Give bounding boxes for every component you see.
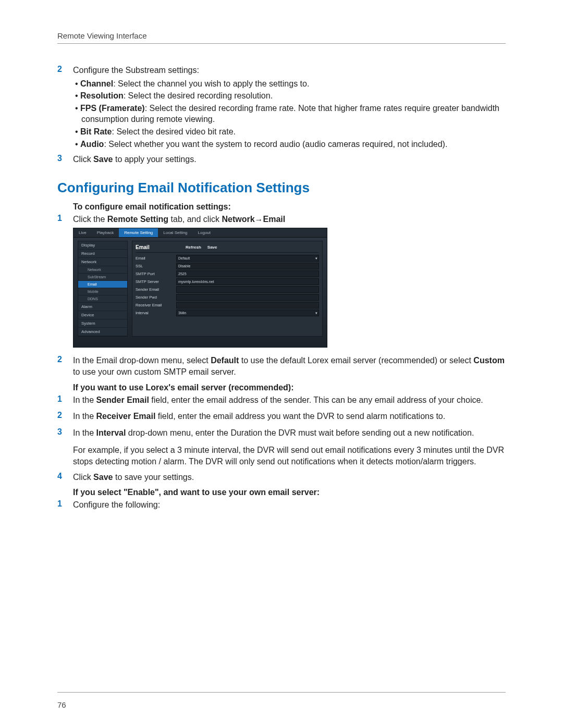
step-3: 3 Click Save to apply your settings. xyxy=(57,154,506,165)
tab-playback[interactable]: Playback xyxy=(92,228,119,237)
form-label: SMTP Port xyxy=(136,272,176,276)
sidebar-system[interactable]: System xyxy=(78,319,127,328)
screenshot: Live Playback Remote Setting Local Setti… xyxy=(73,228,506,348)
header-rule xyxy=(57,43,506,44)
refresh-button[interactable]: Refresh xyxy=(186,245,201,250)
sidebar-sub-email[interactable]: Email xyxy=(78,281,127,288)
screenshot-form: Email Refresh Save EmailDefault SSLDisab… xyxy=(132,241,323,337)
bullet: • Audio: Select whether you want the sys… xyxy=(73,139,506,150)
sidebar-sub-substream[interactable]: SubStream xyxy=(78,274,127,281)
bullet-text: : Select whether you want the system to … xyxy=(104,140,447,149)
text-bold: Default xyxy=(211,356,239,365)
step-2-bullets: • Channel: Select the channel you wish t… xyxy=(73,78,506,150)
text: drop-down menu, enter the Duration the D… xyxy=(126,428,474,437)
step-text: Click Save to apply your settings. xyxy=(73,154,506,165)
sidebar-display[interactable]: Display xyxy=(78,241,127,250)
step-number: 2 xyxy=(57,411,73,420)
sidebar-sub-ddns[interactable]: DDNS xyxy=(78,295,127,303)
arrow-icon: → xyxy=(255,214,263,226)
sidebar-network[interactable]: Network xyxy=(78,258,127,266)
bullet-term: Audio xyxy=(80,140,104,149)
step-number: 3 xyxy=(57,154,73,163)
page: Remote Viewing Interface 2 Configure the… xyxy=(0,0,563,728)
screenshot-body: Display Record Network Network SubStream… xyxy=(74,238,327,347)
bullet: • FPS (Framerate): Select the desired re… xyxy=(73,103,506,125)
tab-logout[interactable]: Logout xyxy=(193,228,216,237)
tab-remote-setting[interactable]: Remote Setting xyxy=(119,228,158,237)
text-bold: Network xyxy=(222,215,254,224)
step-number: 1 xyxy=(57,394,73,404)
text: field, enter the email address of the se… xyxy=(149,396,483,404)
form-label: SSL xyxy=(136,264,176,268)
sidebar-sub-mobile[interactable]: Mobile xyxy=(78,288,127,295)
text: to apply your settings. xyxy=(113,155,196,164)
sidebar-sub-network[interactable]: Network xyxy=(78,266,127,274)
email-select[interactable]: Default xyxy=(176,255,319,262)
text-bold: Receiver Email xyxy=(96,412,155,421)
sidebar-device[interactable]: Device xyxy=(78,311,127,319)
text-bold: Email xyxy=(263,215,286,224)
lorex-step-4: 4 Click Save to save your settings. xyxy=(57,472,506,483)
step-number: 4 xyxy=(57,472,73,481)
text: In the xyxy=(73,428,96,437)
smtp-server-field[interactable]: mysmtp.lorexddns.net xyxy=(176,278,319,285)
bullet-text: : Select the desired recording resolutio… xyxy=(124,91,273,100)
sender-pwd-field[interactable] xyxy=(176,294,319,301)
form-row: SMTP Port2525 xyxy=(136,270,319,278)
receiver-email-field[interactable] xyxy=(176,302,319,309)
form-row: SMTP Servermysmtp.lorexddns.net xyxy=(136,278,319,286)
tab-live[interactable]: Live xyxy=(74,228,92,237)
step-text: In the Interval drop-down menu, enter th… xyxy=(73,427,506,439)
lorex-step-2: 2 In the Receiver Email field, enter the… xyxy=(57,411,506,422)
screenshot-sidebar: Display Record Network Network SubStream… xyxy=(78,241,128,337)
example-paragraph: For example, if you select a 3 minute in… xyxy=(73,445,506,467)
form-row: Sender Pwd xyxy=(136,293,319,301)
bullet-term: FPS (Framerate) xyxy=(80,104,145,113)
sidebar-advanced[interactable]: Advanced xyxy=(78,328,127,336)
footer-rule xyxy=(57,692,506,693)
bullet: • Resolution: Select the desired recordi… xyxy=(73,90,506,102)
text-bold: Save xyxy=(93,473,113,482)
header-title: Remote Viewing Interface xyxy=(57,31,506,40)
step-number: 1 xyxy=(57,499,73,509)
bullet: • Bit Rate: Select the desired video bit… xyxy=(73,126,506,138)
form-row: Interval3Min xyxy=(136,309,319,317)
sidebar-alarm[interactable]: Alarm xyxy=(78,303,127,311)
bullet-term: Bit Rate xyxy=(80,127,112,136)
text: tab, and click xyxy=(168,215,222,224)
email-step-2: 2 In the Email drop-down menu, select De… xyxy=(57,355,506,377)
step-number: 2 xyxy=(57,65,73,74)
form-label: Interval xyxy=(136,311,176,315)
text-bold: Custom xyxy=(473,356,505,365)
interval-select[interactable]: 3Min xyxy=(176,310,319,316)
step-text: Click Save to save your settings. xyxy=(73,472,506,483)
text: In the xyxy=(73,396,96,404)
ssl-field[interactable]: Disable xyxy=(176,263,319,269)
form-label: Sender Pwd xyxy=(136,295,176,300)
text: Click xyxy=(73,473,93,482)
smtp-port-field[interactable]: 2525 xyxy=(176,270,319,277)
step-text: Configure the following: xyxy=(73,499,506,511)
form-row: EmailDefault xyxy=(136,254,319,262)
sender-email-field[interactable] xyxy=(176,286,319,293)
text-bold: Remote Setting xyxy=(107,215,168,224)
lorex-step-1: 1 In the Sender Email field, enter the e… xyxy=(57,394,506,406)
save-button[interactable]: Save xyxy=(207,245,217,250)
bullet-text: : Select the desired video bit rate. xyxy=(112,127,236,136)
lorex-step-3: 3 In the Interval drop-down menu, enter … xyxy=(57,427,506,439)
step-text: Click the Remote Setting tab, and click … xyxy=(73,214,506,225)
form-label: SMTP Server xyxy=(136,279,176,284)
text-bold: Save xyxy=(93,155,113,164)
step-text: Configure the Substream settings: xyxy=(73,65,506,76)
screenshot-tabs: Live Playback Remote Setting Local Setti… xyxy=(74,228,327,238)
bullet: • Channel: Select the channel you wish t… xyxy=(73,78,506,90)
sidebar-record[interactable]: Record xyxy=(78,250,127,258)
text-bold: Sender Email xyxy=(96,396,149,404)
step-text: In the Receiver Email field, enter the e… xyxy=(73,411,506,422)
step-number: 3 xyxy=(57,427,73,437)
tab-local-setting[interactable]: Local Setting xyxy=(158,228,192,237)
form-label: Receiver Email xyxy=(136,303,176,307)
step-text: In the Sender Email field, enter the ema… xyxy=(73,394,506,406)
text: In the xyxy=(73,412,96,421)
step-text: In the Email drop-down menu, select Defa… xyxy=(73,355,506,377)
